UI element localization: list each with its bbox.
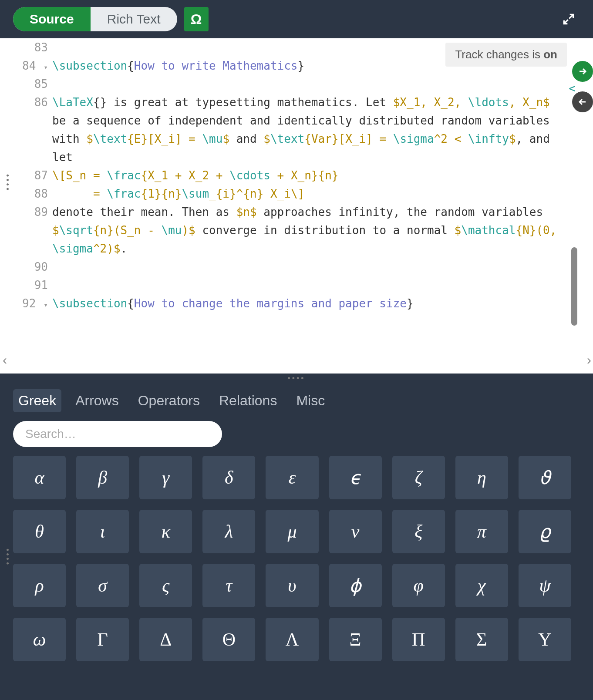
line-number: 90 [0,258,48,276]
symbol-π[interactable]: π [455,510,508,553]
rich-text-tab[interactable]: Rich Text [91,7,177,31]
symbol-μ[interactable]: μ [266,510,318,553]
code-line[interactable] [52,258,567,276]
line-number: 91 [0,276,48,294]
code-editor[interactable]: 8384 ▾8586878889909192 ▾ \subsection{How… [0,38,593,374]
symbol-Γ[interactable]: Γ [76,618,129,661]
line-number: 92 ▾ [0,294,48,313]
symbol-δ[interactable]: δ [202,456,255,499]
symbol-Θ[interactable]: Θ [202,618,255,661]
symbol-β[interactable]: β [76,456,129,499]
symbol-ϕ[interactable]: ϕ [329,564,382,607]
symbol-Σ[interactable]: Σ [455,618,508,661]
symbol-palette-button[interactable]: Ω [184,7,209,31]
symbol-γ[interactable]: γ [139,456,192,499]
symbol-grid: αβγδεϵζηϑθικλμνξπϱρσςτυϕφχψωΓΔΘΛΞΠΣΥ [13,456,580,661]
symbol-Υ[interactable]: Υ [519,618,571,661]
symbol-panel: GreekArrowsOperatorsRelationsMisc αβγδεϵ… [0,383,593,700]
line-number: 84 ▾ [0,57,48,75]
vertical-drag-handle-icon[interactable]: •••• [3,174,12,192]
symbol-ι[interactable]: ι [76,510,129,553]
symbol-φ[interactable]: φ [392,564,445,607]
code-line[interactable]: = \frac{1}{n}\sum_{i}^{n} X_i\] [52,185,567,203]
symbol-τ[interactable]: τ [202,564,255,607]
track-changes-state: on [543,48,557,61]
symbol-Ξ[interactable]: Ξ [329,618,382,661]
symbol-η[interactable]: η [455,456,508,499]
line-number-gutter: 8384 ▾8586878889909192 ▾ [0,38,52,374]
symbol-tab-misc[interactable]: Misc [291,389,330,412]
panel-collapse-right-icon[interactable]: › [587,353,591,367]
symbol-tab-greek[interactable]: Greek [13,389,61,412]
line-number: 89 [0,203,48,258]
collapse-chevron-icon[interactable]: < [569,82,576,95]
code-line[interactable]: \[S_n = \frac{X_1 + X_2 + \cdots + X_n}{… [52,166,567,185]
symbol-search-input[interactable] [13,421,222,447]
symbol-ϱ[interactable]: ϱ [519,510,571,553]
symbol-λ[interactable]: λ [202,510,255,553]
symbol-ϵ[interactable]: ϵ [329,456,382,499]
vertical-drag-handle-icon[interactable]: •••• [3,549,12,566]
symbol-ρ[interactable]: ρ [13,564,66,607]
track-changes-badge[interactable]: Track changes is on [445,43,567,67]
source-tab[interactable]: Source [13,7,91,31]
symbol-ω[interactable]: ω [13,618,66,661]
code-line[interactable]: \subsection{How to change the margins an… [52,294,567,313]
symbol-ϑ[interactable]: ϑ [519,456,571,499]
code-line[interactable]: denote their mean. Then as $n$ approache… [52,203,567,258]
symbol-ξ[interactable]: ξ [392,510,445,553]
view-mode-switcher: Source Rich Text [13,7,177,31]
expand-icon[interactable] [562,12,576,28]
code-line[interactable] [52,75,567,93]
symbol-Δ[interactable]: Δ [139,618,192,661]
symbol-υ[interactable]: υ [266,564,318,607]
line-number: 86 [0,93,48,166]
track-changes-label: Track changes is [455,48,543,61]
symbol-α[interactable]: α [13,456,66,499]
symbol-θ[interactable]: θ [13,510,66,553]
symbol-χ[interactable]: χ [455,564,508,607]
symbol-tab-arrows[interactable]: Arrows [70,389,124,412]
editor-scrollbar-thumb[interactable] [571,247,577,326]
editor-toolbar: Source Rich Text Ω [0,0,593,38]
horizontal-drag-handle-icon[interactable]: •••• [0,374,593,383]
line-number: 85 [0,75,48,93]
symbol-ς[interactable]: ς [139,564,192,607]
prev-change-icon[interactable] [572,91,593,112]
symbol-ν[interactable]: ν [329,510,382,553]
code-line[interactable] [52,276,567,294]
symbol-ζ[interactable]: ζ [392,456,445,499]
code-content[interactable]: \subsection{How to write Mathematics} \L… [52,38,593,374]
code-line[interactable]: \LaTeX{} is great at typesetting mathema… [52,93,567,166]
next-change-icon[interactable] [572,61,593,82]
symbol-category-tabs: GreekArrowsOperatorsRelationsMisc [13,383,580,417]
symbol-tab-operators[interactable]: Operators [133,389,205,412]
symbol-κ[interactable]: κ [139,510,192,553]
symbol-Λ[interactable]: Λ [266,618,318,661]
symbol-Π[interactable]: Π [392,618,445,661]
line-number: 83 [0,38,48,57]
symbol-ε[interactable]: ε [266,456,318,499]
symbol-ψ[interactable]: ψ [519,564,571,607]
symbol-σ[interactable]: σ [76,564,129,607]
panel-collapse-left-icon[interactable]: ‹ [3,353,7,367]
symbol-tab-relations[interactable]: Relations [214,389,282,412]
